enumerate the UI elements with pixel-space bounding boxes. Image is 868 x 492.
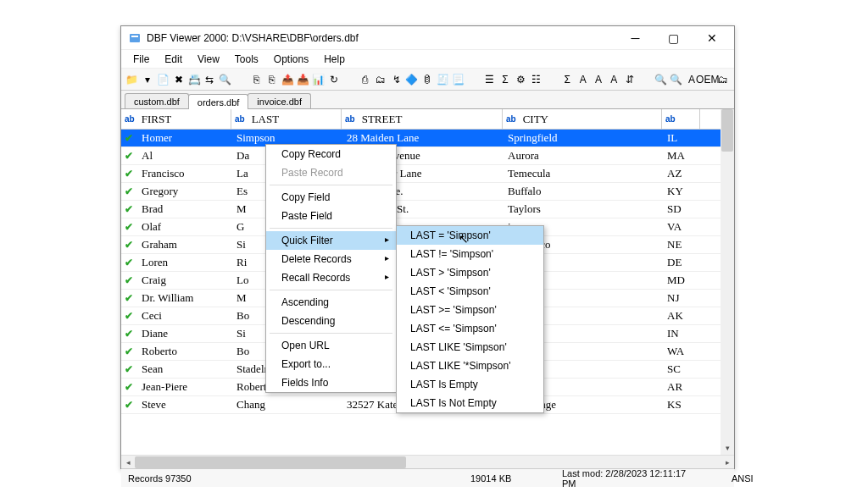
toolbar-button-28[interactable]: Σ [560,72,575,87]
cell-first[interactable]: Brad [136,202,231,216]
menu-item-recall-records[interactable]: Recall Records [266,268,396,287]
menu-item-paste-field[interactable]: Paste Field [266,207,396,225]
toolbar-button-17[interactable]: ↯ [389,72,403,87]
menu-item-export-to-[interactable]: Export to... [266,355,396,373]
menu-item-ascending[interactable]: Ascending [266,293,396,312]
scrollbar-down-arrow[interactable]: ▾ [721,441,734,455]
context-menu[interactable]: Copy RecordPaste RecordCopy FieldPaste F… [265,144,397,393]
cell-state[interactable]: IL [662,131,700,145]
submenu-item[interactable]: LAST Is Not Empty [397,394,543,412]
cell-state[interactable]: SC [662,362,700,376]
cell-first[interactable]: Francisco [136,167,231,180]
cell-state[interactable]: IN [662,327,700,340]
table-row[interactable]: ✔BradMW. Orange St.TaylorsSD [121,201,734,218]
cell-state[interactable]: KY [662,185,700,198]
cell-first[interactable]: Al [136,149,231,163]
toolbar-button-12[interactable]: 📊 [311,72,326,87]
cell-state[interactable]: NE [662,238,700,252]
submenu-item[interactable]: LAST = 'Simpson' [397,226,543,245]
toolbar-button-2[interactable]: 📄 [156,72,170,87]
cell-state[interactable]: KS [662,398,700,412]
cell-state[interactable]: AZ [662,167,700,180]
cell-state[interactable]: WA [662,345,700,358]
submenu-item[interactable]: LAST != 'Simpson' [397,245,543,263]
tab-orders-dbf[interactable]: orders.dbf [188,94,249,109]
minimize-button[interactable]: ─ [616,26,654,50]
cell-city[interactable]: Springfield [503,131,662,145]
toolbar-button-9[interactable]: ⎘ [264,72,279,87]
cell-state[interactable]: DE [662,256,700,269]
toolbar-button-31[interactable]: A [607,72,621,87]
cell-last[interactable]: Chang [231,398,342,412]
cell-first[interactable]: Homer [136,131,231,145]
toolbar-button-29[interactable]: A [576,72,590,87]
toolbar-button-5[interactable]: ⇆ [203,72,217,87]
submenu-item[interactable]: LAST < 'Simpson' [397,282,543,301]
submenu-item[interactable]: LAST <= 'Simpson' [397,319,543,338]
toolbar-button-11[interactable]: 📥 [296,72,310,87]
menu-file[interactable]: File [126,52,156,67]
tab-invoice-dbf[interactable]: invoice.dbf [248,93,311,108]
menu-view[interactable]: View [191,52,226,67]
table-row[interactable]: ✔AlDaParkside AvenueAuroraMA [121,147,734,165]
scrollbar-thumb[interactable] [721,109,733,152]
cell-city[interactable]: Taylors [503,202,662,216]
menu-item-descending[interactable]: Descending [266,312,396,330]
cell-state[interactable]: MD [662,274,700,287]
table-row[interactable]: ✔HomerSimpson28 Maiden LaneSpringfieldIL [121,130,734,147]
toolbar-button-16[interactable]: 🗂 [374,72,388,87]
toolbar-button-10[interactable]: 📤 [280,72,294,87]
menu-item-quick-filter[interactable]: Quick Filter [266,231,396,250]
cell-state[interactable]: AR [662,380,700,394]
toolbar-button-22[interactable] [467,72,481,87]
maximize-button[interactable]: ▢ [654,26,693,50]
toolbar-button-18[interactable]: 🔷 [404,72,419,87]
cell-first[interactable]: Gregory [136,185,231,198]
cell-state[interactable]: NJ [662,291,700,305]
menu-edit[interactable]: Edit [158,52,189,67]
toolbar-button-3[interactable]: ✖ [171,72,186,87]
close-button[interactable]: ✕ [693,26,731,50]
toolbar-button-30[interactable]: A [591,72,605,87]
toolbar-button-8[interactable]: ⎘ [249,72,264,87]
quick-filter-submenu[interactable]: LAST = 'Simpson'LAST != 'Simpson'LAST > … [396,225,544,413]
hscroll-track[interactable] [135,456,721,469]
vertical-scrollbar[interactable]: ▾ [721,109,734,455]
table-row[interactable]: ✔FranciscoLaStonecutter LaneTemeculaAZ [121,165,734,183]
cell-first[interactable]: Sean [136,362,231,376]
toolbar-button-35[interactable]: 🔍 [669,72,683,87]
cell-city[interactable]: Buffalo [503,185,662,198]
scroll-right-arrow[interactable]: ▸ [721,458,734,467]
cell-state[interactable]: VA [662,220,700,234]
cell-first[interactable]: Graham [136,238,231,252]
cell-first[interactable]: Craig [136,274,231,287]
toolbar-button-21[interactable]: 📃 [451,72,465,87]
cell-first[interactable]: Diane [136,327,231,340]
toolbar-button-13[interactable]: ↻ [326,72,341,87]
menu-options[interactable]: Options [267,52,315,67]
toolbar-button-0[interactable]: 📁 [125,72,139,87]
horizontal-scrollbar[interactable]: ◂ ▸ [121,455,734,468]
cell-state[interactable]: SD [662,202,700,216]
column-header-city[interactable]: abCITY [503,109,662,129]
submenu-item[interactable]: LAST Is Empty [397,375,543,394]
toolbar-button-24[interactable]: Σ [498,72,512,87]
submenu-item[interactable]: LAST LIKE 'Simpson' [397,338,543,357]
submenu-item[interactable]: LAST >= 'Simpson' [397,301,543,319]
scroll-left-arrow[interactable]: ◂ [121,458,135,467]
cell-state[interactable]: MA [662,149,700,163]
menu-item-copy-record[interactable]: Copy Record [266,145,396,163]
cell-city[interactable]: Temecula [503,167,662,180]
toolbar-button-14[interactable] [342,72,357,87]
toolbar-button-23[interactable]: ☰ [482,72,497,87]
menu-item-delete-records[interactable]: Delete Records [266,250,396,268]
hscroll-thumb[interactable] [135,456,406,468]
column-header-first[interactable]: abFIRST [121,109,231,129]
cell-first[interactable]: Loren [136,256,231,269]
submenu-item[interactable]: LAST > 'Simpson' [397,263,543,282]
toolbar-button-32[interactable]: ⇵ [622,72,637,87]
toolbar-button-34[interactable]: 🔍 [654,72,668,87]
menu-item-fields-info[interactable]: Fields Info [266,373,396,392]
table-row[interactable]: ✔GregoryEsWeldon Ave.BuffaloKY [121,183,734,201]
column-header-state[interactable]: ab [662,109,700,129]
